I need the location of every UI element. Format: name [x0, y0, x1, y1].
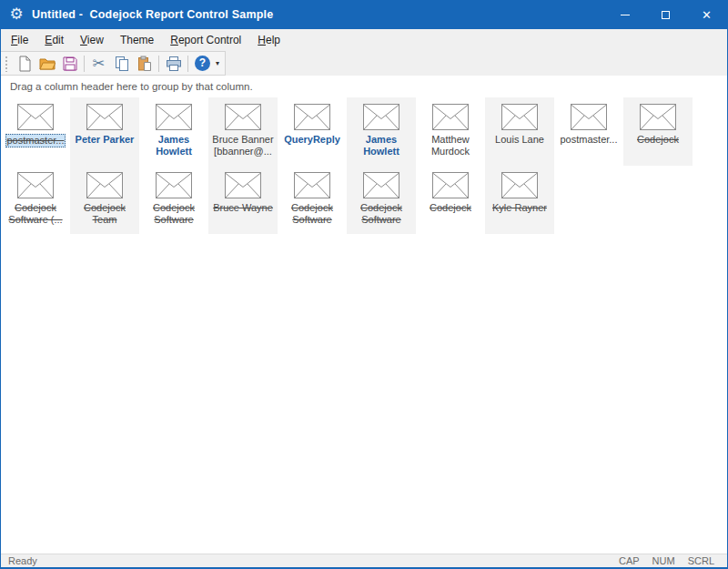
mail-item[interactable]: Bruce Banner [bbanner@... — [208, 97, 278, 166]
mail-item[interactable]: Codejock Software (... — [1, 166, 70, 234]
statusbar: Ready CAPNUMSCRL — [1, 554, 727, 569]
menu-item-file[interactable]: File — [3, 30, 36, 50]
envelope-icon — [156, 104, 192, 130]
mail-item[interactable]: Louis Lane — [485, 97, 554, 166]
envelope-icon — [640, 104, 676, 130]
maximize-button[interactable] — [645, 0, 686, 29]
mail-item-label: postmaster... — [5, 134, 66, 147]
mail-item-label: postmaster... — [561, 134, 618, 146]
mail-item[interactable]: James Howlett — [347, 97, 416, 166]
print-button[interactable] — [162, 53, 185, 74]
copy-icon — [114, 56, 130, 72]
envelope-icon — [294, 104, 330, 130]
status-indicator-num: NUM — [652, 555, 675, 566]
status-text: Ready — [1, 555, 619, 566]
toolbar-options-dropdown[interactable]: ▾ — [216, 59, 219, 67]
open-file-button[interactable] — [35, 53, 58, 74]
printer-icon — [166, 56, 182, 72]
help-question-icon: ? — [195, 56, 210, 71]
mail-item[interactable]: Bruce Wayne — [208, 166, 278, 234]
mail-item-label: Codejock — [637, 134, 679, 146]
menubar: FileEditViewThemeReport ControlHelp — [1, 29, 727, 51]
open-folder-icon — [39, 56, 56, 72]
save-floppy-icon — [62, 56, 78, 72]
copy-button[interactable] — [110, 53, 133, 74]
new-document-icon — [16, 56, 33, 72]
mail-item-label: Codejock — [430, 202, 471, 214]
envelope-icon — [432, 172, 469, 198]
mail-item[interactable]: postmaster... — [554, 97, 623, 166]
envelope-icon — [363, 172, 399, 198]
status-indicator-scrl: SCRL — [688, 555, 714, 566]
window-title: Untitled - Codejock Report Control Sampl… — [32, 8, 273, 21]
menu-item-view[interactable]: View — [72, 30, 112, 50]
envelope-icon — [17, 104, 54, 130]
menu-item-edit[interactable]: Edit — [36, 30, 72, 50]
mail-item[interactable]: Codejock Team — [70, 166, 139, 234]
toolbar-separator — [158, 56, 159, 72]
mail-item-label: Bruce Banner [bbanner@... — [209, 134, 277, 157]
close-icon: ✕ — [702, 9, 712, 21]
group-by-hint: Drag a column header here to group by th… — [10, 81, 253, 92]
app-window: ⚙ Untitled - Codejock Report Control Sam… — [0, 0, 728, 569]
app-gear-icon: ⚙ — [1, 0, 32, 29]
status-indicators: CAPNUMSCRL — [619, 555, 727, 566]
group-by-area[interactable]: Drag a column header here to group by th… — [1, 76, 727, 97]
mail-item-label: Codejock Software (... — [2, 202, 69, 226]
envelope-icon — [156, 172, 192, 198]
mail-item[interactable]: Peter Parker — [70, 97, 139, 166]
toolbar-separator — [84, 56, 85, 72]
toolbar: ✂ — [1, 51, 226, 76]
paste-clipboard-icon — [136, 56, 153, 72]
maximize-icon — [662, 11, 670, 19]
mail-item[interactable]: Codejock Software — [278, 166, 347, 234]
envelope-icon — [432, 104, 469, 130]
mail-item-label: Matthew Murdock — [417, 134, 484, 157]
mail-item-label: James Howlett — [348, 134, 415, 157]
save-button[interactable] — [58, 53, 81, 74]
menu-item-theme[interactable]: Theme — [112, 30, 162, 50]
mail-item-label: Kyle Rayner — [492, 202, 547, 214]
envelope-icon — [225, 104, 261, 130]
mail-item[interactable]: Codejock — [416, 166, 485, 234]
mail-item-label: Codejock Software — [278, 202, 346, 226]
envelope-icon — [294, 172, 330, 198]
close-button[interactable]: ✕ — [686, 0, 727, 29]
envelope-icon — [363, 104, 399, 130]
report-items-grid: postmaster... Peter Parker James Howlett… — [1, 97, 727, 554]
scissors-icon: ✂ — [93, 56, 105, 71]
new-document-button[interactable] — [13, 53, 35, 74]
paste-button[interactable] — [133, 53, 156, 74]
help-button[interactable]: ? — [191, 53, 214, 74]
mail-item[interactable]: Codejock — [623, 97, 693, 166]
menu-item-help[interactable]: Help — [249, 30, 288, 50]
mail-item-label: QueryReply — [284, 134, 340, 146]
toolbar-separator — [187, 56, 188, 72]
mail-item[interactable]: QueryReply — [278, 97, 347, 166]
toolbar-row: ✂ — [1, 51, 727, 76]
mail-item-label: Codejock Software — [140, 202, 207, 226]
envelope-icon — [17, 172, 54, 198]
toolbar-grip[interactable] — [5, 56, 9, 72]
envelope-icon — [501, 172, 538, 198]
status-indicator-cap: CAP — [619, 555, 640, 566]
mail-item-label: Peter Parker — [76, 134, 135, 146]
envelope-icon — [86, 172, 123, 198]
mail-item[interactable]: Codejock Software — [347, 166, 416, 234]
mail-item-label: Codejock Team — [71, 202, 138, 226]
mail-item[interactable]: James Howlett — [139, 97, 208, 166]
cut-button[interactable]: ✂ — [87, 53, 110, 74]
menu-item-report-control[interactable]: Report Control — [162, 30, 249, 50]
minimize-button[interactable] — [604, 0, 645, 29]
envelope-icon — [225, 172, 261, 198]
mail-item-label: James Howlett — [140, 134, 207, 157]
envelope-icon — [501, 104, 538, 130]
mail-item[interactable]: Kyle Rayner — [485, 166, 554, 234]
titlebar: ⚙ Untitled - Codejock Report Control Sam… — [1, 0, 727, 29]
minimize-icon — [621, 15, 630, 15]
mail-item[interactable]: Codejock Software — [139, 166, 208, 234]
mail-item[interactable]: Matthew Murdock — [416, 97, 485, 166]
mail-item[interactable]: postmaster... — [1, 97, 70, 166]
mail-item-label: Louis Lane — [495, 134, 544, 146]
mail-item-label: Bruce Wayne — [213, 202, 273, 214]
